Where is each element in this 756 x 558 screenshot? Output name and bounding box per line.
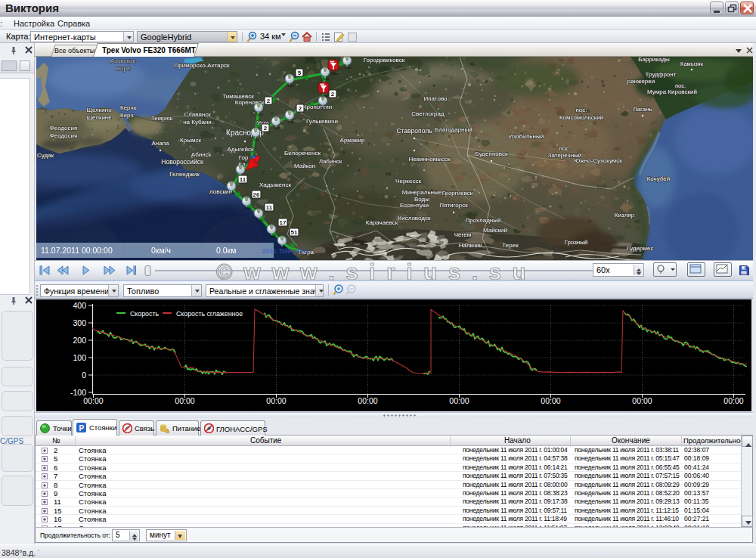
svg-text:Гулькевичи: Гулькевичи: [306, 118, 338, 125]
svg-text:Майский: Майский: [483, 227, 507, 234]
svg-text:Светлоград: Светлоград: [411, 110, 445, 117]
svg-text:51: 51: [291, 229, 298, 236]
svg-text:Кизляр: Кизляр: [615, 212, 635, 219]
svg-text:Темрюк: Темрюк: [151, 115, 173, 122]
svg-text:400: 400: [73, 301, 86, 310]
svg-text:P: P: [79, 424, 85, 432]
svg-text:Буденновск: Буденновск: [476, 150, 508, 157]
svg-text:Белореченск: Белореченск: [284, 150, 321, 157]
svg-text:Нальчик: Нальчик: [459, 242, 482, 249]
svg-text:Щелкино: Щелкино: [86, 107, 112, 113]
svg-text:море: море: [116, 65, 131, 72]
svg-text:Кропоткин: Кропоткин: [303, 104, 332, 110]
svg-text:0.0км: 0.0км: [216, 246, 236, 255]
svg-text:Хадыженск: Хадыженск: [259, 181, 291, 188]
svg-text:Кочубей: Кочубей: [647, 175, 671, 182]
svg-text:Азовское: Азовское: [110, 57, 137, 64]
svg-text:00:00: 00:00: [175, 396, 194, 405]
svg-text:00:00: 00:00: [541, 396, 560, 405]
svg-text:Адыгейск: Адыгейск: [228, 146, 254, 153]
svg-text:Городовиковск: Городовиковск: [364, 57, 405, 64]
svg-text:0км/ч: 0км/ч: [151, 246, 171, 255]
svg-text:Затеречный: Затеречный: [548, 152, 582, 159]
svg-text:Скорость: Скорость: [130, 310, 159, 318]
svg-text:Невинномысск: Невинномысск: [409, 156, 451, 163]
svg-text:Скорость сглаженное: Скорость сглаженное: [176, 310, 243, 318]
svg-text:Кисловодск: Кисловодск: [398, 215, 431, 222]
svg-text:0: 0: [82, 370, 86, 380]
svg-text:2: 2: [267, 98, 271, 104]
svg-text:2011 Tele-Atlas: 2011 Tele-Atlas: [262, 247, 309, 255]
svg-text:Ставрополь: Ставрополь: [396, 127, 432, 135]
svg-text:Пятигорск: Пятигорск: [439, 202, 468, 209]
svg-text:Новороссийск: Новороссийск: [161, 158, 203, 166]
svg-text:Гор: Гор: [239, 154, 249, 161]
svg-text:Баррикады: Баррикады: [638, 57, 670, 63]
svg-text:Ессентуки: Ессентуки: [400, 202, 429, 209]
svg-text:17: 17: [280, 219, 287, 226]
svg-text:00:00: 00:00: [723, 396, 743, 405]
svg-text:2: 2: [331, 91, 335, 98]
svg-text:Славянск: Славянск: [184, 111, 211, 118]
svg-text:Феодосия: Феодосия: [50, 132, 78, 139]
svg-text:Лабинск: Лабинск: [319, 158, 342, 165]
svg-text:200: 200: [73, 336, 86, 345]
svg-text:5: 5: [298, 70, 302, 76]
svg-text:пос.: пос.: [575, 107, 587, 113]
svg-text:Мумра Кировский: Мумра Кировский: [647, 88, 697, 95]
svg-text:Черкесск: Черкесск: [395, 178, 421, 184]
svg-text:Щёлкине: Щёлкине: [86, 114, 112, 121]
svg-text:Чегем: Чегем: [454, 231, 471, 238]
svg-text:Лагань: Лагань: [633, 106, 652, 113]
svg-text:Приморско-Ахтарск: Приморско-Ахтарск: [175, 62, 230, 69]
svg-text:Геленджик: Геленджик: [169, 171, 200, 178]
svg-text:Судак: Судак: [37, 152, 54, 159]
svg-text:2: 2: [264, 125, 268, 132]
svg-text:Комсомольский: Комсомольский: [559, 114, 603, 121]
svg-text:00:00: 00:00: [358, 396, 377, 405]
svg-text:Терек: Терек: [502, 242, 519, 249]
svg-text:Анапа: Анапа: [152, 140, 170, 147]
svg-text:ранжереи: ранжереи: [627, 78, 655, 85]
svg-text:Абинск: Абинск: [191, 151, 212, 158]
svg-text:Карачаевск: Карачаевск: [366, 219, 398, 226]
svg-text:Камызяк: Камызяк: [680, 60, 704, 67]
svg-text:Армавир: Армавир: [340, 137, 365, 144]
svg-text:300: 300: [73, 318, 86, 327]
svg-text:пос.: пос.: [559, 145, 570, 152]
svg-text:100: 100: [73, 353, 86, 362]
svg-text:00:00: 00:00: [632, 396, 652, 405]
svg-text:Изобильный: Изобильный: [509, 133, 544, 140]
svg-text:Феодосия: Феодосия: [50, 125, 78, 132]
svg-text:Керчь: Керчь: [120, 104, 137, 111]
svg-text:00:00: 00:00: [449, 396, 469, 405]
svg-text:11.07.2011 00:00:00: 11.07.2011 00:00:00: [41, 246, 113, 255]
svg-text:пос.: пос.: [675, 82, 686, 89]
svg-text:на Кубани: на Кубани: [183, 119, 212, 126]
svg-text:Минеральные: Минеральные: [402, 189, 442, 196]
svg-text:Трудфронт: Трудфронт: [646, 71, 677, 78]
svg-text:Грозный: Грозный: [565, 239, 588, 246]
svg-text:Прохладный: Прохладный: [466, 217, 501, 224]
svg-text:00:00: 00:00: [266, 396, 286, 405]
svg-text:11: 11: [240, 176, 246, 183]
svg-text:Майкоп: Майкоп: [294, 163, 315, 169]
svg-text:Керч: Керч: [120, 112, 134, 119]
svg-text:Крымск: Крымск: [180, 137, 201, 144]
svg-text:Благодарный: Благодарный: [435, 126, 472, 133]
svg-text:26: 26: [253, 191, 260, 198]
svg-text:Георгиевск: Георгиевск: [442, 190, 473, 197]
svg-text:00:00: 00:00: [83, 396, 103, 405]
svg-text:11: 11: [266, 204, 273, 211]
svg-text:2: 2: [299, 105, 302, 112]
svg-text:Гудермес: Гудермес: [627, 245, 653, 252]
svg-text:Ипатово: Ипатово: [424, 95, 448, 102]
